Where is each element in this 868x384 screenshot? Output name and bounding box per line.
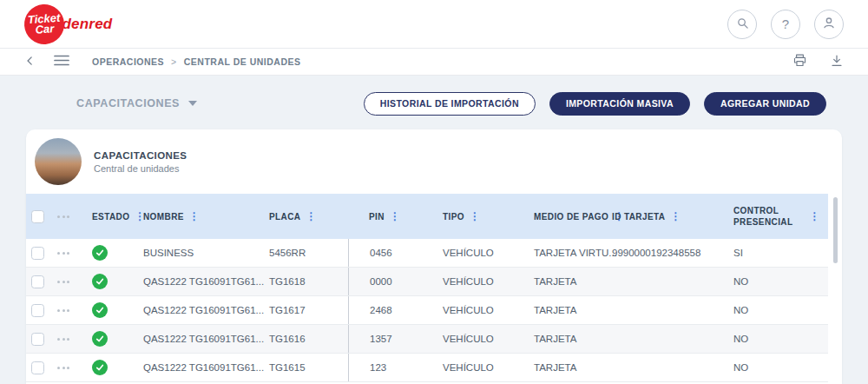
breadcrumb-actions bbox=[792, 53, 844, 70]
breadcrumb-item-central-de-unidades[interactable]: CENTRAL DE UNIDADES bbox=[184, 56, 301, 67]
column-header-id-tarjeta: ID TARJETA ⋮ bbox=[612, 194, 733, 239]
section-dropdown-label: CAPACITACIONES bbox=[76, 97, 180, 109]
search-icon bbox=[736, 17, 749, 32]
cell-tipo: VEHÍCULO bbox=[443, 268, 534, 295]
topbar-actions: ? bbox=[713, 10, 844, 39]
cell-tipo: VEHÍCULO bbox=[443, 354, 534, 381]
cell-placa: TG1617 bbox=[269, 296, 348, 324]
card-header-text: CAPACITACIONES Central de unidades bbox=[94, 150, 187, 174]
cell-medio-de-pago: TARJETA VIRTU... bbox=[534, 239, 612, 267]
cell-id-tarjeta bbox=[612, 296, 733, 324]
vertical-scrollbar[interactable] bbox=[833, 197, 838, 263]
sort-icon-control-presencial[interactable]: ⋮ bbox=[810, 211, 820, 222]
column-header-estado: ESTADO ⋮ bbox=[85, 194, 143, 239]
cell-placa: TG1616 bbox=[269, 325, 348, 353]
table-row: QAS1222 TG16091TG61... TG1616 1357 VEHÍC… bbox=[26, 325, 828, 354]
chevron-down-icon bbox=[188, 101, 197, 106]
row-checkbox[interactable] bbox=[31, 333, 44, 346]
column-header-control-presencial: CONTROL PRESENCIAL ⋮ bbox=[733, 194, 820, 239]
toolbar-buttons: HISTORIAL DE IMPORTACIÓN IMPORTACIÓN MAS… bbox=[364, 92, 826, 116]
cell-nombre: BUSINESS bbox=[143, 239, 269, 267]
cell-tipo: VEHÍCULO bbox=[443, 239, 534, 267]
column-header-nombre: NOMBRE ⋮ bbox=[143, 194, 269, 239]
cell-nombre: QAS1222 TG16091TG61... bbox=[143, 325, 269, 353]
row-checkbox[interactable] bbox=[31, 275, 44, 288]
cell-pin: 123 bbox=[348, 354, 443, 381]
units-table: ESTADO ⋮ NOMBRE ⋮ PLACA ⋮ PIN ⋮ bbox=[26, 194, 828, 382]
cell-id-tarjeta bbox=[612, 325, 733, 353]
ticketcar-edenred-logo[interactable]: Ticket Car Edenred bbox=[24, 4, 112, 44]
cell-id-tarjeta bbox=[612, 268, 733, 295]
cell-id-tarjeta bbox=[612, 354, 733, 381]
table-header-row: ESTADO ⋮ NOMBRE ⋮ PLACA ⋮ PIN ⋮ bbox=[26, 194, 828, 239]
sort-icon-pin[interactable]: ⋮ bbox=[390, 211, 400, 222]
table-row: BUSINESS 5456RR 0456 VEHÍCULO TARJETA VI… bbox=[26, 239, 828, 268]
column-header-tipo: TIPO ⋮ bbox=[443, 194, 534, 239]
table-row: QAS1222 TG16091TG61... TG1617 2468 VEHÍC… bbox=[26, 296, 828, 325]
status-ok-icon bbox=[92, 302, 108, 318]
sort-icon-id-tarjeta[interactable]: ⋮ bbox=[670, 211, 681, 222]
card-subtitle: Central de unidades bbox=[94, 163, 187, 174]
logo-line2: Car bbox=[35, 23, 54, 35]
cell-placa: 5456RR bbox=[269, 239, 348, 267]
header-menu-icon[interactable] bbox=[56, 212, 71, 222]
status-ok-icon bbox=[92, 331, 108, 347]
print-button[interactable] bbox=[792, 53, 807, 70]
bulk-import-button[interactable]: IMPORTACIÓN MASIVA bbox=[549, 92, 690, 116]
table-row: QAS1222 TG16091TG61... TG1615 123 VEHÍCU… bbox=[26, 354, 828, 382]
cell-control-presencial: NO bbox=[733, 296, 820, 324]
help-button[interactable]: ? bbox=[771, 10, 800, 39]
sort-icon-placa[interactable]: ⋮ bbox=[306, 211, 316, 222]
cell-nombre: QAS1222 TG16091TG61... bbox=[143, 354, 269, 381]
ticketcar-logo-circle: Ticket Car bbox=[23, 3, 65, 45]
import-history-button[interactable]: HISTORIAL DE IMPORTACIÓN bbox=[364, 92, 536, 116]
unit-avatar bbox=[35, 138, 82, 185]
cell-medio-de-pago: TARJETA bbox=[534, 354, 612, 381]
row-menu-icon[interactable] bbox=[56, 334, 71, 344]
back-button[interactable] bbox=[24, 55, 36, 70]
cell-medio-de-pago: TARJETA bbox=[534, 296, 612, 324]
row-checkbox[interactable] bbox=[31, 304, 44, 317]
cell-medio-de-pago: TARJETA bbox=[534, 325, 612, 353]
app-window: Ticket Car Edenred ? bbox=[0, 0, 868, 384]
download-button[interactable] bbox=[830, 54, 844, 70]
add-unit-button[interactable]: AGREGAR UNIDAD bbox=[704, 92, 826, 116]
cell-control-presencial: SI bbox=[733, 239, 820, 267]
column-header-placa: PLACA ⋮ bbox=[269, 194, 348, 239]
select-all-checkbox[interactable] bbox=[31, 210, 44, 223]
row-checkbox[interactable] bbox=[31, 361, 44, 374]
breadcrumb-separator: > bbox=[171, 56, 177, 67]
row-menu-icon[interactable] bbox=[56, 277, 71, 287]
breadcrumb: OPERACIONES > CENTRAL DE UNIDADES bbox=[92, 56, 300, 67]
section-dropdown[interactable]: CAPACITACIONES bbox=[76, 97, 197, 109]
cell-nombre: QAS1222 TG16091TG61... bbox=[143, 268, 269, 295]
row-menu-icon[interactable] bbox=[56, 306, 71, 315]
card-header: CAPACITACIONES Central de unidades bbox=[26, 129, 842, 194]
cell-id-tarjeta: 9990000192348558 bbox=[612, 239, 733, 267]
row-menu-icon[interactable] bbox=[56, 248, 71, 258]
status-ok-icon bbox=[92, 274, 108, 289]
profile-button[interactable] bbox=[814, 10, 844, 39]
profile-icon bbox=[822, 16, 836, 32]
hamburger-icon bbox=[54, 55, 69, 69]
cell-medio-de-pago: TARJETA bbox=[534, 268, 612, 295]
sort-icon-nombre[interactable]: ⋮ bbox=[189, 211, 200, 222]
table-row: QAS1222 TG16091TG61... TG1618 0000 VEHÍC… bbox=[26, 268, 828, 296]
breadcrumb-bar: OPERACIONES > CENTRAL DE UNIDADES bbox=[0, 49, 868, 76]
cell-placa: TG1615 bbox=[269, 354, 348, 381]
cell-control-presencial: NO bbox=[733, 268, 820, 295]
column-header-pin: PIN ⋮ bbox=[348, 194, 443, 239]
cell-tipo: VEHÍCULO bbox=[443, 325, 534, 353]
search-button[interactable] bbox=[727, 10, 757, 39]
sort-icon-tipo[interactable]: ⋮ bbox=[470, 211, 480, 222]
units-card: CAPACITACIONES Central de unidades ESTAD… bbox=[26, 129, 842, 384]
cell-pin: 1357 bbox=[348, 325, 443, 353]
column-header-medio-de-pago: MEDIO DE PAGO ⋮ bbox=[534, 194, 612, 239]
breadcrumb-item-operaciones[interactable]: OPERACIONES bbox=[92, 56, 164, 67]
menu-button[interactable] bbox=[54, 55, 69, 69]
page-toolbar: CAPACITACIONES HISTORIAL DE IMPORTACIÓN … bbox=[26, 91, 842, 116]
row-menu-icon[interactable] bbox=[56, 363, 71, 373]
row-checkbox[interactable] bbox=[31, 247, 44, 260]
help-icon: ? bbox=[782, 17, 789, 31]
cell-pin: 0000 bbox=[348, 268, 443, 295]
